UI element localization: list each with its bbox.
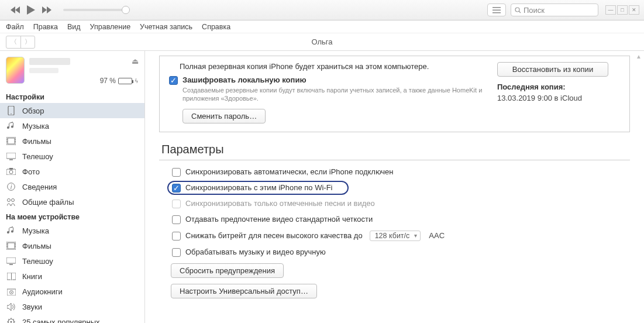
svg-point-18 bbox=[11, 198, 14, 201]
option-checkbox[interactable]: ✓ bbox=[172, 184, 181, 193]
restore-from-backup-button[interactable]: Восстановить из копии bbox=[497, 62, 608, 77]
sidebar-item-label: Музыка bbox=[22, 226, 49, 235]
menu-edit[interactable]: Правка bbox=[33, 23, 58, 31]
option-label: Синхронизировать автоматически, если iPh… bbox=[185, 167, 394, 176]
sidebar-item[interactable]: Музыка bbox=[0, 118, 144, 133]
svg-rect-5 bbox=[8, 138, 15, 144]
scroll-up-icon[interactable]: ▲ bbox=[636, 53, 642, 60]
search-input[interactable]: Поиск bbox=[511, 4, 598, 16]
sidebar-item[interactable]: Фильмы bbox=[0, 133, 144, 149]
option-label: Синхронизировать только отмеченные песни… bbox=[185, 199, 375, 208]
sidebar-item-label: 25 самых популярных bbox=[22, 318, 100, 324]
svg-point-29 bbox=[11, 291, 12, 293]
prev-button[interactable] bbox=[11, 6, 20, 13]
svg-point-3 bbox=[11, 114, 12, 115]
sidebar-item[interactable]: Телешоу bbox=[0, 253, 144, 269]
sidebar-item[interactable]: 25 самых популярных bbox=[0, 314, 144, 323]
sidebar-item-label: Аудиокниги bbox=[22, 287, 63, 296]
music-icon bbox=[6, 121, 16, 130]
option-row: Обрабатывать музыку и видео вручную bbox=[172, 248, 644, 257]
menu-view[interactable]: Вид bbox=[67, 23, 81, 31]
option-label: Снижать битрейт для песен высокого качес… bbox=[185, 231, 363, 240]
svg-point-31 bbox=[11, 321, 12, 323]
option-checkbox[interactable] bbox=[172, 215, 181, 224]
battery-icon bbox=[118, 78, 132, 84]
sidebar-item[interactable]: Аудиокниги bbox=[0, 284, 144, 299]
svg-rect-10 bbox=[6, 153, 16, 159]
maximize-button[interactable]: □ bbox=[617, 5, 628, 15]
option-checkbox[interactable] bbox=[172, 168, 181, 177]
last-backup-value: 13.03.2019 9:00 в iCloud bbox=[497, 94, 620, 102]
menu-account[interactable]: Учетная запись bbox=[140, 23, 192, 31]
sidebar-item[interactable]: Звуки bbox=[0, 299, 144, 314]
svg-rect-14 bbox=[9, 168, 13, 170]
music-icon bbox=[6, 226, 16, 235]
menu-file[interactable]: Файл bbox=[6, 23, 24, 31]
reset-warnings-button[interactable]: Сбросить предупреждения bbox=[171, 263, 284, 278]
charging-icon: ϟ bbox=[135, 78, 139, 84]
sidebar-item[interactable]: Фото bbox=[0, 164, 144, 179]
back-button[interactable]: 〈 bbox=[6, 36, 20, 48]
menu-help[interactable]: Справка bbox=[202, 23, 230, 31]
svg-point-13 bbox=[9, 170, 13, 174]
sidebar-item[interactable]: Книги bbox=[0, 269, 144, 284]
phone-icon bbox=[6, 106, 16, 115]
backup-panel: Полная резервная копия iPhone будет хран… bbox=[159, 56, 630, 132]
list-view-button[interactable] bbox=[487, 4, 506, 16]
parameters-heading: Параметры bbox=[161, 143, 628, 156]
page-title: Ольга bbox=[311, 37, 332, 46]
encrypt-description: Создаваемые резервные копии будут включа… bbox=[182, 86, 483, 103]
top-toolbar: Поиск — □ ✕ bbox=[0, 0, 644, 20]
battery-percent: 97 % bbox=[100, 77, 116, 85]
sound-icon bbox=[6, 302, 16, 311]
close-button[interactable]: ✕ bbox=[629, 5, 639, 15]
option-label: Отдавать предпочтение видео стандартной … bbox=[185, 215, 373, 224]
sidebar: ⏏ 97 % ϟ Настройки ОбзорМузыкаФильмыТеле… bbox=[0, 51, 145, 323]
bitrate-select[interactable]: 128 кбит/с bbox=[370, 231, 421, 241]
universal-access-button[interactable]: Настроить Универсальный доступ… bbox=[171, 284, 317, 298]
forward-button[interactable]: 〉 bbox=[20, 36, 35, 48]
svg-text:i: i bbox=[11, 184, 12, 190]
eject-icon[interactable]: ⏏ bbox=[132, 57, 139, 66]
sidebar-item[interactable]: Обзор bbox=[0, 103, 144, 118]
device-name bbox=[29, 58, 70, 65]
sidebar-item[interactable]: iСведения bbox=[0, 179, 144, 194]
option-row: Снижать битрейт для песен высокого качес… bbox=[172, 231, 644, 241]
option-label: Синхронизировать с этим iPhone по Wi-Fi bbox=[185, 183, 332, 192]
encrypt-checkbox[interactable]: ✓ bbox=[169, 76, 178, 85]
sidebar-item[interactable]: Телешоу bbox=[0, 149, 144, 164]
sidebar-item[interactable]: Музыка bbox=[0, 223, 144, 238]
option-row: ✓Синхронизировать с этим iPhone по Wi-Fi bbox=[172, 183, 644, 193]
sidebar-item[interactable]: Фильмы bbox=[0, 238, 144, 253]
sidebar-item-label: Фильмы bbox=[22, 242, 51, 250]
svg-rect-25 bbox=[6, 257, 16, 263]
film-icon bbox=[6, 241, 16, 250]
next-button[interactable] bbox=[42, 6, 51, 13]
svg-rect-20 bbox=[8, 243, 15, 249]
codec-label: AAC bbox=[429, 231, 445, 240]
encrypt-label: Зашифровать локальную копию bbox=[182, 75, 306, 84]
play-button[interactable] bbox=[27, 5, 35, 15]
sidebar-section-settings: Настройки bbox=[0, 90, 144, 103]
menu-controls[interactable]: Управление bbox=[90, 23, 131, 31]
svg-point-0 bbox=[515, 8, 519, 12]
device-model bbox=[29, 68, 58, 73]
sidebar-section-ondevice: На моем устройстве bbox=[0, 209, 144, 223]
svg-point-17 bbox=[7, 198, 10, 201]
sidebar-item[interactable]: Общие файлы bbox=[0, 194, 144, 209]
volume-slider[interactable] bbox=[63, 9, 128, 11]
change-password-button[interactable]: Сменить пароль… bbox=[182, 109, 266, 123]
option-checkbox[interactable] bbox=[172, 232, 181, 240]
share-icon bbox=[6, 197, 16, 207]
svg-line-38 bbox=[13, 319, 14, 320]
device-thumbnail-icon bbox=[6, 57, 25, 84]
info-icon: i bbox=[6, 182, 16, 191]
option-checkbox bbox=[172, 200, 181, 208]
device-header[interactable]: ⏏ 97 % ϟ bbox=[0, 54, 144, 90]
minimize-button[interactable]: — bbox=[605, 5, 616, 15]
option-row: Отдавать предпочтение видео стандартной … bbox=[172, 215, 644, 224]
last-backup-label: Последняя копия: bbox=[497, 83, 620, 91]
option-checkbox[interactable] bbox=[172, 248, 181, 257]
option-row: Синхронизировать автоматически, если iPh… bbox=[172, 167, 644, 177]
sidebar-item-label: Телешоу bbox=[22, 152, 53, 161]
